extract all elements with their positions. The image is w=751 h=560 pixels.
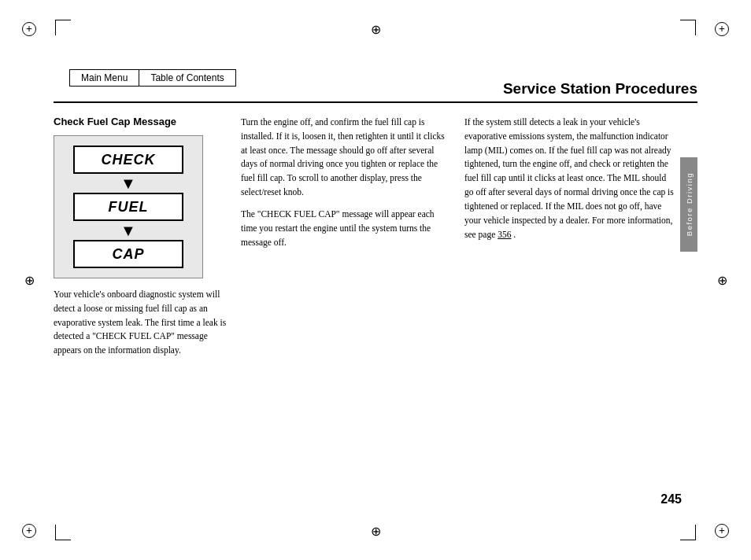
right-para-1-text: If the system still detects a leak in yo…	[464, 117, 674, 239]
diagram-arrow-2: ▼	[120, 221, 136, 240]
cross-mark-bottom: ⊕	[368, 524, 383, 538]
cross-mark-top: ⊕	[368, 22, 383, 36]
right-para-1: If the system still detects a leak in yo…	[464, 116, 674, 241]
reg-mark-br	[715, 524, 729, 538]
left-body-text: Your vehicle's onboard diagnostic system…	[54, 288, 227, 358]
section-heading: Check Fuel Cap Message	[54, 116, 227, 127]
reg-mark-tl	[22, 22, 36, 36]
cross-mark-left: ⊕	[22, 273, 36, 287]
bracket-tr	[680, 20, 696, 35]
diagram-arrow-1: ▼	[120, 174, 136, 193]
diagram-check-box: CHECK	[73, 146, 183, 174]
diagram-fuel-box: FUEL	[73, 193, 183, 221]
right-para-1-end: .	[511, 230, 516, 239]
diagram-check-label: CHECK	[101, 152, 155, 168]
reg-mark-bl	[22, 524, 36, 538]
col-middle: Turn the engine off, and confirm the fue…	[241, 116, 450, 358]
middle-para-1: Turn the engine off, and confirm the fue…	[241, 116, 450, 200]
page-title: Service Station Procedures	[54, 80, 697, 103]
page-content: Service Station Procedures Check Fuel Ca…	[54, 47, 697, 513]
reg-mark-tr	[715, 22, 729, 36]
cross-mark-right: ⊕	[715, 273, 729, 287]
page-number: 245	[660, 492, 682, 507]
bracket-tl	[55, 20, 71, 35]
col-right: If the system still detects a leak in yo…	[464, 116, 697, 358]
diagram-cap-box: CAP	[73, 240, 183, 268]
bracket-br	[680, 525, 696, 540]
side-tab-container: Before Driving	[680, 157, 697, 252]
middle-para-2: The "CHECK FUEL CAP" message will appear…	[241, 208, 450, 249]
page-ref-link[interactable]: 356	[498, 230, 511, 239]
fuel-cap-diagram: CHECK ▼ FUEL ▼ CAP	[54, 135, 203, 278]
content-columns: Check Fuel Cap Message CHECK ▼ FUEL ▼ CA…	[54, 116, 697, 358]
side-tab: Before Driving	[680, 157, 697, 252]
diagram-cap-label: CAP	[112, 246, 144, 263]
col-left: Check Fuel Cap Message CHECK ▼ FUEL ▼ CA…	[54, 116, 227, 358]
side-tab-text: Before Driving	[685, 172, 694, 236]
bracket-bl	[55, 525, 71, 540]
diagram-fuel-label: FUEL	[109, 199, 149, 216]
